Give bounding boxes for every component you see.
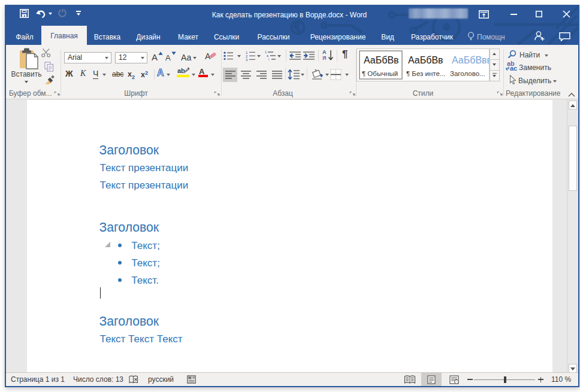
- svg-text:i: i: [268, 57, 269, 61]
- svg-text:3: 3: [246, 58, 248, 62]
